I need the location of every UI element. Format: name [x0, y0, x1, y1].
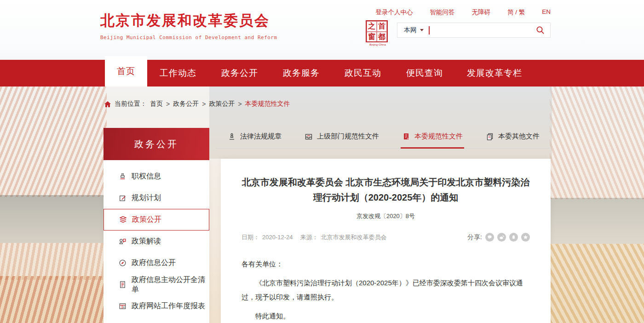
stamp-icon — [119, 173, 126, 180]
tab-laws-regulations[interactable]: 法律法规规章 — [216, 132, 293, 141]
seal-char: 首 — [377, 21, 387, 32]
article-body: 各有关单位： 《北京市塑料污染治理行动计划（2020-2025年）》已经市委深改… — [242, 257, 530, 323]
doc-pen-icon — [402, 133, 410, 141]
qzone-icon — [523, 235, 528, 240]
compass-icon — [119, 259, 126, 267]
breadcrumb-gov-disclosure[interactable]: 政务公开 — [173, 100, 199, 108]
site-subtitle-en: Beijing Municipal Commission of Developm… — [100, 35, 277, 40]
inbox-icon — [305, 133, 313, 141]
tab-label: 本委其他文件 — [498, 132, 540, 141]
search-button[interactable] — [536, 26, 545, 35]
seal-caption: Beijing-China — [368, 43, 388, 46]
magnifier-icon — [536, 26, 545, 35]
sidebar-item-final-accounts[interactable]: 决算公开 — [104, 317, 209, 323]
sidebar-item-label: 政府网站工作年度报表 — [132, 301, 205, 311]
share-bar: 分享: — [467, 233, 530, 242]
capital-window-seal-logo[interactable]: 之 首 窗 都 Beijing-China — [366, 20, 390, 46]
sidebar-item-website-annual-report[interactable]: 政府网站工作年度报表 — [104, 295, 209, 317]
link-simplified-traditional[interactable]: 简 / 繁 — [507, 8, 525, 17]
seal-icon: 之 首 窗 都 — [366, 20, 388, 42]
sidebar-item-policy-interpretation[interactable]: 政策解读 — [104, 231, 209, 252]
report-table-icon — [119, 302, 126, 310]
source-label: 来源： — [300, 234, 318, 241]
link-smart-qa[interactable]: 智能问答 — [430, 8, 454, 17]
sidebar-item-plans[interactable]: 规划计划 — [104, 187, 209, 209]
link-accessibility[interactable]: 无障碍 — [472, 8, 490, 17]
roof-eave-right — [550, 198, 644, 244]
nav-item-reform-column[interactable]: 发展改革专栏 — [455, 60, 534, 87]
document-category-tabs: 法律法规规章 上级部门规范性文件 本委规范性文件 本委其他文件 — [216, 132, 551, 149]
tab-label: 本委规范性文件 — [414, 132, 463, 141]
tab-label: 上级部门规范性文件 — [317, 132, 379, 141]
share-qq-button[interactable] — [509, 233, 518, 242]
utility-links: 登录个人中心 智能问答 无障碍 简 / 繁 EN — [375, 8, 551, 17]
roof-eave-left — [0, 195, 107, 243]
share-wechat-button[interactable] — [485, 233, 494, 242]
search-bar: 本网 — [397, 23, 551, 38]
share-weibo-button[interactable] — [497, 233, 506, 242]
paragraph: 《北京市塑料污染治理行动计划（2020-2025年）》已经市委深改委第十四次会议… — [242, 276, 530, 304]
site-title: 北京市发展和改革委员会 — [100, 11, 277, 30]
breadcrumb-current-page: 本委规范性文件 — [245, 100, 290, 108]
sidebar-item-proactive-disclosure-list[interactable]: 政府信息主动公开全清单 — [104, 274, 209, 295]
breadcrumb-separator: > — [166, 100, 170, 108]
search-input[interactable] — [430, 24, 536, 37]
primary-navbar: 首页 工作动态 政务公开 政务服务 政民互动 便民查询 发展改革专栏 — [0, 60, 644, 87]
tab-commission-normative-docs[interactable]: 本委规范性文件 — [391, 132, 474, 141]
nav-item-home[interactable]: 首页 — [105, 56, 147, 87]
nav-item-work-news[interactable]: 工作动态 — [147, 60, 209, 87]
sidebar-title: 政务公开 — [104, 128, 209, 160]
breadcrumb: 当前位置： 首页 > 政务公开 > 政策公开 > 本委规范性文件 — [104, 100, 290, 108]
nav-item-gov-disclosure[interactable]: 政务公开 — [209, 60, 270, 87]
nav-item-gov-services[interactable]: 政务服务 — [270, 60, 332, 87]
sidebar-item-label: 政策解读 — [132, 236, 161, 246]
seal-char: 之 — [367, 21, 377, 32]
search-scope-dropdown[interactable]: 本网 — [404, 26, 424, 35]
share-qzone-button[interactable] — [521, 233, 530, 242]
layers-icon — [119, 216, 127, 224]
roof-tiles-bottom-right — [550, 244, 644, 323]
sidebar-item-authority-info[interactable]: 职权信息 — [104, 166, 209, 187]
site-logo[interactable]: 北京市发展和改革委员会 Beijing Municipal Commission… — [100, 11, 277, 40]
nav-item-public-interaction[interactable]: 政民互动 — [332, 60, 394, 87]
sidebar-item-gov-info-disclosure[interactable]: 政府信息公开 — [104, 252, 209, 274]
weibo-icon — [499, 235, 504, 240]
nav-item-convenience-query[interactable]: 便民查询 — [394, 60, 455, 87]
sidebar-item-label: 规划计划 — [132, 193, 161, 203]
roof-tiles-right — [550, 87, 644, 199]
sidebar-item-label: 政府信息公开 — [132, 258, 176, 268]
breadcrumb-policy-disclosure[interactable]: 政策公开 — [209, 100, 235, 108]
breadcrumb-home[interactable]: 首页 — [150, 100, 163, 108]
breadcrumb-separator: > — [202, 100, 206, 108]
sidebar-item-policy-disclosure[interactable]: 政策公开 — [104, 209, 209, 231]
tab-superior-normative-docs[interactable]: 上级部门规范性文件 — [293, 132, 391, 141]
sidebar: 政务公开 职权信息 规划计划 政策公开 政策解读 — [104, 128, 209, 323]
link-english[interactable]: EN — [542, 8, 551, 17]
site-header: 北京市发展和改革委员会 Beijing Municipal Commission… — [0, 0, 644, 60]
roof-tiles-mid-left — [0, 243, 107, 280]
roof-tiles-left — [0, 87, 107, 197]
chevron-down-icon — [420, 29, 424, 31]
article-title: 北京市发展和改革委员会 北京市生态环境局关于印发北京市塑料污染治理行动计划（20… — [242, 175, 530, 205]
seal-char: 都 — [377, 32, 387, 42]
article-card: 北京市发展和改革委员会 北京市生态环境局关于印发北京市塑料污染治理行动计划（20… — [221, 159, 551, 323]
law-seal-icon — [228, 133, 236, 141]
breadcrumb-separator: > — [238, 100, 242, 108]
date-label: 日期： — [242, 234, 259, 241]
doc-copy-icon — [486, 133, 494, 141]
paragraph: 特此通知。 — [242, 309, 530, 323]
salutation: 各有关单位： — [242, 257, 530, 271]
seal-char: 窗 — [367, 32, 377, 42]
tab-commission-other-docs[interactable]: 本委其他文件 — [474, 132, 551, 141]
home-icon — [104, 101, 111, 108]
document-number: 京发改规〔2020〕8号 — [242, 212, 530, 220]
article-meta: 日期：2020-12-24来源：北京市发展和改革委员会 — [242, 233, 390, 242]
search-scope-label: 本网 — [404, 26, 417, 35]
breadcrumb-prefix: 当前位置： — [115, 100, 147, 108]
sidebar-menu: 职权信息 规划计划 政策公开 政策解读 政府信息公开 — [104, 160, 209, 323]
share-label: 分享: — [467, 233, 482, 242]
link-login-personal-center[interactable]: 登录个人中心 — [375, 8, 413, 17]
sidebar-item-label: 政策公开 — [132, 215, 161, 225]
nav-list: 首页 工作动态 政务公开 政务服务 政民互动 便民查询 发展改革专栏 — [0, 60, 644, 87]
doc-list-icon — [119, 281, 126, 288]
